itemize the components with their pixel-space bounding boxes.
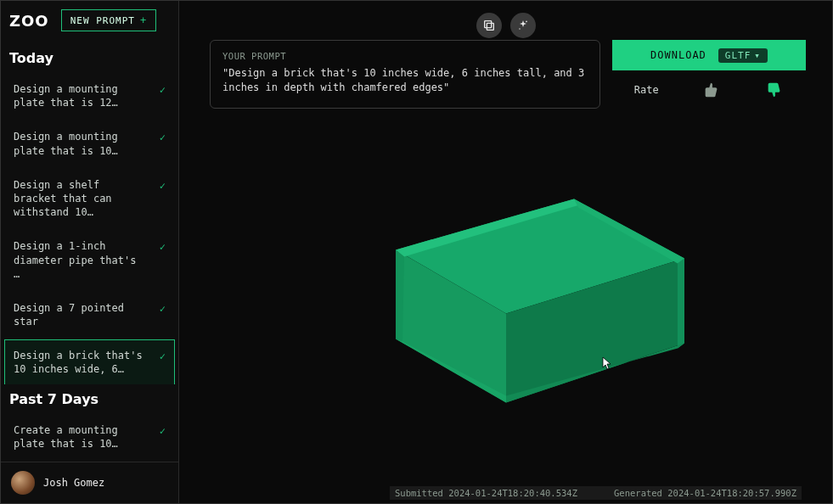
section-title-today: Today bbox=[1, 43, 178, 71]
user-row[interactable]: Josh Gomez bbox=[1, 462, 178, 503]
history-item[interactable]: Design a mounting plate that is 12…✓ bbox=[4, 73, 175, 119]
download-label: DOWNLOAD bbox=[650, 49, 706, 61]
svg-point-3 bbox=[519, 28, 520, 29]
history-item-label: Create a mounting plate that is 10… bbox=[14, 423, 145, 451]
main: YOUR PROMPT "Design a brick that's 10 in… bbox=[179, 1, 832, 503]
cursor-icon bbox=[602, 356, 612, 370]
history-list-past7: Create a mounting plate that is 10…✓ bbox=[1, 412, 178, 462]
model-preview bbox=[294, 148, 718, 420]
history-item-label: Design a mounting plate that is 10… bbox=[14, 130, 145, 157]
logo: ZOO bbox=[9, 12, 49, 30]
check-icon: ✓ bbox=[160, 131, 166, 144]
status-generated: Generated 2024-01-24T18:20:57.990Z bbox=[614, 488, 796, 498]
prompt-label: YOUR PROMPT bbox=[222, 51, 588, 61]
svg-point-2 bbox=[526, 20, 527, 22]
thumbs-up-button[interactable] bbox=[765, 81, 784, 99]
plus-icon: + bbox=[140, 14, 147, 26]
history-item[interactable]: Design a 1-inch diameter pipe that's …✓ bbox=[4, 230, 175, 290]
history-item[interactable]: Create a mounting plate that is 10…✓ bbox=[4, 414, 175, 460]
check-icon: ✓ bbox=[160, 424, 166, 438]
chevron-down-icon: ▾ bbox=[754, 50, 761, 61]
viewport-3d[interactable] bbox=[179, 109, 832, 503]
section-title-past7: Past 7 Days bbox=[1, 384, 178, 412]
history-item[interactable]: Design a mounting plate that is 10…✓ bbox=[4, 120, 175, 166]
check-icon: ✓ bbox=[160, 350, 166, 363]
status-bar: Submitted 2024-01-24T18:20:40.534Z Gener… bbox=[390, 486, 802, 500]
thumbs-down-button[interactable] bbox=[702, 81, 721, 99]
svg-rect-1 bbox=[487, 23, 493, 30]
check-icon: ✓ bbox=[160, 302, 166, 316]
format-value: GLTF bbox=[725, 50, 751, 61]
download-button[interactable]: DOWNLOAD GLTF ▾ bbox=[612, 40, 806, 70]
history-item-label: Design a shelf bracket that can withstan… bbox=[14, 178, 145, 220]
prompt-text: "Design a brick that's 10 inches wide, 6… bbox=[222, 66, 588, 96]
new-prompt-label: NEW PROMPT bbox=[70, 15, 135, 26]
history-item[interactable]: Design a brick that's 10 inches wide, 6…… bbox=[4, 339, 175, 384]
svg-marker-8 bbox=[678, 259, 684, 349]
new-prompt-button[interactable]: NEW PROMPT + bbox=[61, 9, 156, 31]
prompt-card: YOUR PROMPT "Design a brick that's 10 in… bbox=[210, 40, 600, 109]
check-icon: ✓ bbox=[160, 179, 166, 193]
rate-label: Rate bbox=[634, 84, 659, 96]
username: Josh Gomez bbox=[43, 477, 104, 489]
history-list: Design a mounting plate that is 12…✓Desi… bbox=[1, 71, 178, 384]
history-item[interactable]: Design a shelf bracket that can withstan… bbox=[4, 169, 175, 229]
history-item[interactable]: Design a 7 pointed star✓ bbox=[4, 292, 175, 338]
svg-rect-0 bbox=[484, 21, 491, 28]
format-select[interactable]: GLTF ▾ bbox=[718, 48, 768, 63]
sidebar: ZOO NEW PROMPT + Today Design a mounting… bbox=[1, 1, 179, 503]
history-item-label: Design a brick that's 10 inches wide, 6… bbox=[14, 349, 145, 376]
share-icon[interactable] bbox=[476, 13, 502, 38]
status-submitted: Submitted 2024-01-24T18:20:40.534Z bbox=[395, 488, 577, 498]
sparkle-icon[interactable] bbox=[510, 13, 536, 38]
check-icon: ✓ bbox=[160, 83, 166, 97]
avatar bbox=[11, 471, 35, 495]
history-item-label: Design a mounting plate that is 12… bbox=[14, 82, 145, 109]
history-item-label: Design a 7 pointed star bbox=[14, 301, 145, 328]
check-icon: ✓ bbox=[160, 240, 166, 254]
history-item-label: Design a 1-inch diameter pipe that's … bbox=[14, 239, 145, 281]
